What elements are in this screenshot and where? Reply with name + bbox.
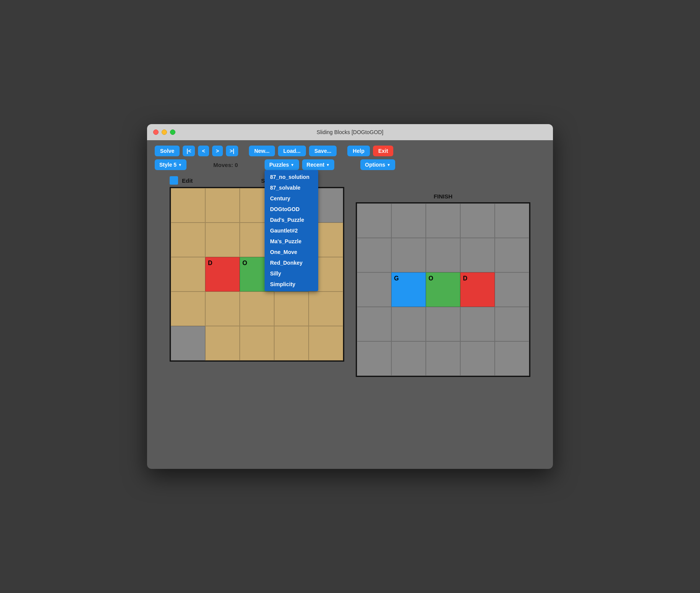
options-dropdown-button[interactable]: Options ▼ (360, 159, 395, 170)
puzzle-item-87-no-solution[interactable]: 87_no_solution (265, 172, 318, 182)
cell (240, 292, 274, 326)
finish-board-section: FINISH G O D (356, 193, 530, 377)
cell (357, 307, 391, 341)
cell (171, 326, 205, 360)
puzzle-item-one-move[interactable]: One_Move (265, 247, 318, 257)
cell (495, 238, 529, 272)
edit-label: Edit (182, 177, 193, 184)
moves-counter: Moves: 0 (213, 162, 238, 168)
cell (460, 203, 495, 238)
cell (357, 238, 391, 272)
puzzles-dropdown-container: Puzzles ▼ 87_no_solution 87_solvable Cen… (265, 159, 299, 170)
cell (171, 188, 205, 223)
window-title: Sliding Blocks [DOGtoGOD] (317, 129, 383, 135)
nav-next-button[interactable]: > (212, 146, 223, 156)
cell (426, 238, 460, 272)
puzzle-item-mas-puzzle[interactable]: Ma's_Puzzle (265, 236, 318, 247)
cell (391, 238, 426, 272)
solve-button[interactable]: Solve (155, 146, 180, 156)
style-dropdown-arrow: ▼ (178, 163, 182, 167)
cell (495, 203, 529, 238)
cell (171, 257, 205, 292)
save-button[interactable]: Save... (309, 146, 337, 156)
finish-grid: G O D (356, 202, 530, 377)
puzzle-item-dads-puzzle[interactable]: Dad's_Puzzle (265, 215, 318, 225)
puzzle-item-gauntlet2[interactable]: Gauntlet#2 (265, 225, 318, 236)
cell (495, 307, 529, 341)
toolbar-row-2: Style 5 ▼ Moves: 0 Puzzles ▼ 87_no_solut… (155, 159, 545, 170)
maximize-button[interactable] (170, 129, 175, 135)
style-dropdown[interactable]: Style 5 ▼ (155, 159, 186, 170)
cell (205, 223, 240, 257)
new-button[interactable]: New... (249, 146, 275, 156)
cell (309, 292, 343, 326)
nav-last-button[interactable]: >| (226, 146, 238, 156)
piece-red-d[interactable]: D (205, 257, 240, 292)
main-content: Edit START D O G (147, 172, 553, 385)
cell (460, 238, 495, 272)
load-button[interactable]: Load... (278, 146, 306, 156)
cell (391, 307, 426, 341)
cell (205, 292, 240, 326)
minimize-button[interactable] (162, 129, 167, 135)
options-dropdown-arrow: ▼ (387, 163, 391, 167)
puzzle-item-simplicity[interactable]: Simplicity (265, 279, 318, 290)
cell (274, 292, 309, 326)
cell (460, 341, 495, 376)
nav-prev-button[interactable]: < (198, 146, 209, 156)
toolbar-row-1: Solve |< < > >| New... Load... Save... H… (155, 146, 545, 156)
nav-first-button[interactable]: |< (183, 146, 195, 156)
puzzle-item-silly[interactable]: Silly (265, 268, 318, 279)
cell (391, 341, 426, 376)
cell (205, 326, 240, 360)
cell (357, 341, 391, 376)
cell (274, 326, 309, 360)
puzzle-item-dogtogod[interactable]: DOGtoGOD (265, 204, 318, 215)
puzzle-item-century[interactable]: Century (265, 193, 318, 204)
cell (426, 307, 460, 341)
cell (460, 307, 495, 341)
cell (426, 341, 460, 376)
help-button[interactable]: Help (347, 146, 370, 156)
recent-dropdown-arrow: ▼ (326, 163, 330, 167)
app-window: Sliding Blocks [DOGtoGOD] Solve |< < > >… (147, 124, 553, 469)
puzzles-dropdown-button[interactable]: Puzzles ▼ (265, 159, 299, 170)
cell (205, 188, 240, 223)
finish-piece-blue-g: G (391, 272, 426, 307)
cell (357, 272, 391, 307)
cell (171, 292, 205, 326)
puzzle-item-red-donkey[interactable]: Red_Donkey (265, 257, 318, 268)
traffic-lights (153, 129, 175, 135)
cell (171, 223, 205, 257)
finish-board-header: FINISH (357, 193, 529, 200)
cell (426, 203, 460, 238)
close-button[interactable] (153, 129, 159, 135)
cell (357, 203, 391, 238)
title-bar: Sliding Blocks [DOGtoGOD] (147, 124, 553, 140)
recent-dropdown-button[interactable]: Recent ▼ (302, 159, 335, 170)
puzzles-dropdown-arrow: ▼ (291, 163, 294, 167)
toolbar: Solve |< < > >| New... Load... Save... H… (147, 140, 553, 172)
edit-indicator (170, 176, 178, 185)
exit-button[interactable]: Exit (373, 146, 394, 156)
cell (240, 326, 274, 360)
puzzle-item-87-solvable[interactable]: 87_solvable (265, 182, 318, 193)
puzzles-menu: 87_no_solution 87_solvable Century DOGto… (265, 170, 318, 291)
finish-label: FINISH (433, 193, 452, 200)
finish-piece-red-d: D (460, 272, 495, 307)
cell (495, 272, 529, 307)
cell (309, 326, 343, 360)
finish-piece-green-o: O (426, 272, 460, 307)
cell (391, 203, 426, 238)
cell (495, 341, 529, 376)
